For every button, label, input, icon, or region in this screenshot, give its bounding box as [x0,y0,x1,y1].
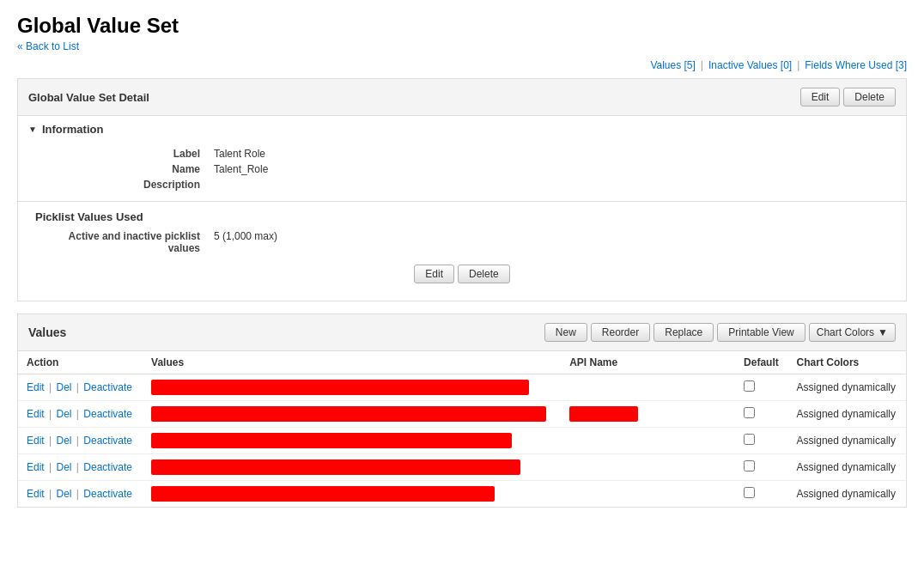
sep-del-deact: | [76,408,82,420]
back-to-list-link[interactable]: « Back to List [17,40,79,52]
del-link[interactable]: Del [56,461,71,473]
chart-color-cell: Assigned dynamically [788,401,906,428]
collapse-arrow-icon: ▼ [28,125,37,134]
default-checkbox[interactable] [744,434,755,445]
action-links: Edit | Del | Deactivate [27,381,132,393]
col-values: Values [143,351,561,374]
sep2: | [797,59,799,71]
values-toolbar: New Reorder Replace Printable View Chart… [544,323,896,342]
chart-color-cell: Assigned dynamically [788,428,906,454]
active-inactive-label: Active and inactive picklist values [35,230,207,254]
table-row: Edit | Del | Deactivate Assigned dynamic… [18,454,906,481]
detail-section: Global Value Set Detail Edit Delete ▼ In… [17,78,907,301]
picklist-buttons: Edit Delete [35,265,889,283]
col-api-name: API Name [561,351,735,374]
information-title: Information [42,123,104,136]
chart-colors-button[interactable]: Chart Colors ▼ [809,323,896,342]
picklist-delete-button[interactable]: Delete [458,265,510,283]
description-key: Description [35,179,207,191]
del-link[interactable]: Del [56,488,71,500]
value-bar [151,380,529,395]
new-button[interactable]: New [544,323,587,342]
detail-edit-button[interactable]: Edit [800,88,841,106]
deactivate-link[interactable]: Deactivate [83,461,132,473]
edit-link[interactable]: Edit [27,488,45,500]
sep-edit-del: | [49,435,54,447]
picklist-title: Picklist Values Used [35,210,889,223]
values-cell [143,374,561,401]
value-bar [151,433,512,448]
deactivate-link[interactable]: Deactivate [83,488,132,500]
top-nav: Values [5] | Inactive Values [0] | Field… [17,59,907,71]
sep-edit-del: | [49,461,54,473]
chevron-down-icon: ▼ [878,326,888,338]
edit-link[interactable]: Edit [27,381,45,393]
values-table: Action Values API Name Default Chart Col… [18,351,906,507]
col-default: Default [735,351,788,374]
default-checkbox[interactable] [744,460,755,472]
sep-edit-del: | [49,381,54,393]
chart-colors-label: Chart Colors [817,326,874,338]
default-checkbox[interactable] [744,487,755,498]
default-cell[interactable] [735,481,788,508]
action-cell: Edit | Del | Deactivate [18,401,143,428]
values-title: Values [28,326,66,339]
deactivate-link[interactable]: Deactivate [83,435,132,447]
del-link[interactable]: Del [56,381,71,393]
del-link[interactable]: Del [56,435,71,447]
picklist-edit-button[interactable]: Edit [414,265,454,283]
detail-buttons: Edit Delete [800,88,896,106]
values-cell [143,428,561,454]
detail-delete-button[interactable]: Delete [843,88,896,106]
action-links: Edit | Del | Deactivate [27,488,132,500]
edit-link[interactable]: Edit [27,435,45,447]
action-links: Edit | Del | Deactivate [27,435,132,447]
edit-link[interactable]: Edit [27,461,45,473]
deactivate-link[interactable]: Deactivate [83,408,132,420]
api-name-cell [561,428,735,454]
chart-color-cell: Assigned dynamically [788,454,906,481]
values-cell [143,481,561,508]
values-link[interactable]: Values [5] [650,59,695,71]
api-name-bar [569,406,638,422]
detail-section-title: Global Value Set Detail [28,91,149,104]
reorder-button[interactable]: Reorder [591,323,650,342]
default-checkbox[interactable] [744,380,755,392]
col-action: Action [18,351,143,374]
sep-del-deact: | [76,435,82,447]
sep-del-deact: | [76,381,82,393]
default-cell[interactable] [735,428,788,454]
action-cell: Edit | Del | Deactivate [18,374,143,401]
name-value: Talent_Role [214,163,889,175]
values-cell [143,401,561,428]
action-cell: Edit | Del | Deactivate [18,428,143,454]
printable-view-button[interactable]: Printable View [717,323,805,342]
action-links: Edit | Del | Deactivate [27,461,132,473]
information-collapsible: ▼ Information Label Talent Role Name Tal… [18,116,906,201]
table-row: Edit | Del | Deactivate Assigned dynamic… [18,374,906,401]
inactive-values-link[interactable]: Inactive Values [0] [708,59,792,71]
sep-del-deact: | [76,461,82,473]
table-row: Edit | Del | Deactivate Assigned dynamic… [18,481,906,508]
edit-link[interactable]: Edit [27,408,45,420]
default-cell[interactable] [735,454,788,481]
value-bar [151,459,520,475]
default-cell[interactable] [735,374,788,401]
del-link[interactable]: Del [56,408,71,420]
sep1: | [701,59,703,71]
deactivate-link[interactable]: Deactivate [83,381,132,393]
table-header-row: Action Values API Name Default Chart Col… [18,351,906,374]
fields-where-used-link[interactable]: Fields Where Used [3] [805,59,907,71]
table-row: Edit | Del | Deactivate Assigned dynamic… [18,428,906,454]
information-header[interactable]: ▼ Information [18,116,906,143]
action-cell: Edit | Del | Deactivate [18,481,143,508]
api-name-cell [561,481,735,508]
description-value [214,179,889,191]
detail-section-header: Global Value Set Detail Edit Delete [18,79,906,116]
replace-button[interactable]: Replace [653,323,714,342]
chart-color-cell: Assigned dynamically [788,374,906,401]
api-name-cell [561,454,735,481]
active-inactive-value: 5 (1,000 max) [214,230,889,254]
default-cell[interactable] [735,401,788,428]
default-checkbox[interactable] [744,407,755,418]
